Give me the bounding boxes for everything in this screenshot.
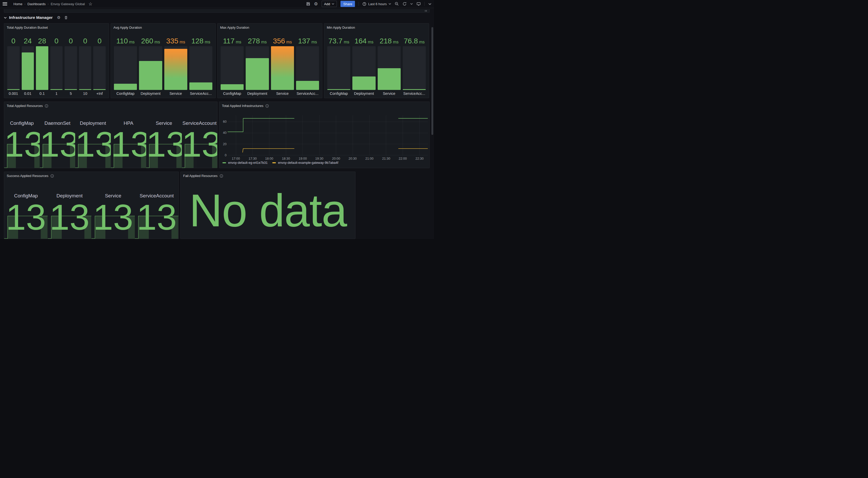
gauge-track (51, 46, 63, 90)
save-icon[interactable] (306, 2, 310, 6)
gauge-label: Service (164, 91, 187, 96)
gauge-label: +Inf (93, 91, 106, 96)
gauge-value: 278ms (246, 36, 269, 46)
gauge-bar: 00.001 (7, 33, 20, 96)
panel-total-apply-duration-bucket[interactable]: Total Apply Duration Bucket 00.001240.01… (4, 23, 109, 98)
y-axis-tick: 20 (220, 142, 226, 146)
x-axis-tick: 18:30 (282, 157, 290, 160)
info-icon[interactable] (265, 104, 269, 108)
time-range-picker[interactable]: Last 6 hours (363, 2, 391, 6)
panel-title[interactable]: Max Apply Duration (218, 24, 322, 29)
gauge-fill (189, 83, 212, 90)
gauge-label: 0.01 (22, 91, 34, 96)
stat: ConfigMap13 (4, 172, 48, 239)
panel-total-applied-resources[interactable]: Total Applied Resources ConfigMap13Daemo… (4, 101, 218, 168)
gauge-track (403, 46, 426, 90)
gauge-value: 356ms (271, 36, 294, 46)
add-button[interactable]: Add (322, 1, 337, 7)
gauge-track (189, 46, 212, 90)
stats-row: ConfigMap13DaemonSet13Deployment13HPA13S… (4, 102, 217, 168)
gear-icon[interactable]: ⚙ (314, 1, 318, 7)
panel-total-applied-infrastructures[interactable]: Total Applied Infrastructures 020406017:… (219, 101, 430, 168)
x-axis-tick: 22:00 (399, 157, 407, 160)
scrolled-panel-sliver (4, 9, 430, 13)
gauge-track (114, 46, 137, 90)
menu-icon[interactable] (3, 2, 7, 5)
panel-avg-apply-duration[interactable]: Avg Apply Duration 110msConfigMap260msDe… (111, 23, 216, 98)
section-trash-icon[interactable] (64, 16, 68, 19)
panel-min-apply-duration[interactable]: Min Apply Duration 73.7msConfigMap164msD… (324, 23, 429, 98)
chevron-right-icon: › (48, 2, 49, 5)
stat-value: 13 (111, 126, 147, 162)
page-scrollbar[interactable] (431, 27, 433, 135)
gauge-fill (403, 89, 426, 90)
stat-value: 13 (40, 126, 75, 162)
panel-title[interactable]: Total Applied Infrastructures (222, 104, 263, 108)
panel-max-apply-duration[interactable]: Max Apply Duration 117msConfigMap278msDe… (217, 23, 322, 98)
chart-plot-area[interactable] (227, 115, 428, 155)
info-icon[interactable] (220, 174, 223, 178)
gauge-track (296, 46, 319, 90)
panel-title[interactable]: Avg Apply Duration (111, 24, 215, 29)
section-gear-icon[interactable]: ⚙ (57, 15, 60, 20)
gauge-track (352, 46, 375, 90)
panel-title[interactable]: Fail Applied Resources (183, 174, 218, 178)
refresh-interval-chevron-icon[interactable] (410, 3, 413, 5)
gauge-bar: 05 (65, 33, 77, 96)
grafana-dashboard: Home › Dashboards › Envoy Gateway Global… (0, 0, 434, 239)
x-axis-tick: 19:30 (315, 157, 323, 160)
gauge-bar: 240.01 (22, 33, 34, 96)
stats-row: ConfigMap13Deployment13Service13ServiceA… (4, 172, 179, 239)
legend-item[interactable]: envoy-default-example-gateway-9b7aba4f (272, 161, 338, 165)
panel-success-applied-resources[interactable]: Success Applied Resources ConfigMap13Dep… (4, 172, 179, 239)
breadcrumb: Home › Dashboards › Envoy Gateway Global (13, 2, 85, 6)
legend-item[interactable]: envoy-default-eg-e41e7b31 (222, 161, 268, 165)
x-axis-tick: 21:30 (382, 157, 390, 160)
star-icon[interactable]: ☆ (88, 1, 92, 7)
gauge-bar: 137msServiceAcc... (296, 33, 319, 96)
gauge-label: ServiceAcc... (296, 91, 319, 96)
breadcrumb-home[interactable]: Home (13, 2, 23, 6)
gauge-value: 0 (93, 36, 106, 46)
chevron-right-icon: › (25, 2, 26, 5)
gauge-fill (164, 49, 187, 90)
chevron-down-icon[interactable] (4, 17, 7, 19)
gauge-label: ConfigMap (327, 91, 350, 96)
breadcrumb-dashboards[interactable]: Dashboards (27, 2, 45, 6)
gauge-fill (51, 89, 63, 90)
panel-fail-applied-resources[interactable]: Fail Applied Resources No data (180, 172, 355, 239)
y-axis-tick: 40 (220, 131, 226, 135)
panel-title[interactable]: Min Apply Duration (324, 24, 429, 29)
collapse-toolbar-chevron-icon[interactable] (428, 3, 431, 5)
gauge-bar: 218msService (378, 33, 401, 96)
gauge-label: 10 (79, 91, 91, 96)
gauge-value: 73.7ms (327, 36, 350, 46)
zoom-out-icon[interactable] (395, 2, 399, 6)
gauge-bar: 01 (51, 33, 63, 96)
chart-legend: envoy-default-eg-e41e7b31envoy-default-e… (222, 161, 338, 165)
gauge-value: 110ms (114, 36, 137, 46)
gauge-bar: 010 (79, 33, 91, 96)
clock-icon (363, 2, 366, 6)
gauge-track (327, 46, 350, 90)
share-button[interactable]: Share (340, 1, 355, 7)
gauge-bar: 335msService (164, 33, 187, 96)
gauge-track (271, 46, 294, 90)
gauge-value: 335ms (164, 36, 187, 46)
legend-color-swatch (272, 162, 276, 163)
resize-grip-icon (425, 10, 427, 11)
tv-mode-icon[interactable] (416, 2, 421, 6)
section-title[interactable]: Infrastructure Manager (9, 15, 53, 20)
no-data-message: No data (181, 182, 355, 239)
gauge-track (22, 46, 34, 90)
panel-title[interactable]: Total Apply Duration Bucket (4, 24, 109, 29)
gauge-bar: 164msDeployment (352, 33, 375, 96)
refresh-icon[interactable] (402, 2, 407, 6)
gauge-value: 117ms (221, 36, 244, 46)
bar-gauge: 00.001240.01280.101050100+Inf (7, 33, 106, 96)
gauge-label: ConfigMap (114, 91, 137, 96)
gauge-fill (22, 53, 34, 90)
gauge-bar: 0+Inf (93, 33, 106, 96)
gauge-value: 0 (51, 36, 63, 46)
stat: ServiceAccount13 (135, 172, 179, 239)
